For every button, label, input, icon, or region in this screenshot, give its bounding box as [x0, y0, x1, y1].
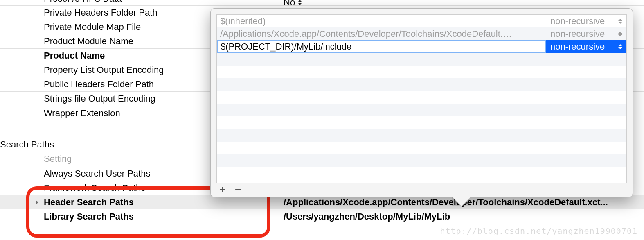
setting-label: Header Search Paths: [44, 197, 284, 208]
recursive-select[interactable]: non-recursive: [546, 16, 626, 27]
section-title: Search Paths: [0, 139, 54, 150]
disclosure-triangle-icon[interactable]: [36, 200, 38, 205]
svg-marker-6: [618, 44, 622, 46]
path-text: $(inherited): [217, 16, 546, 27]
recursive-value: non-recursive: [550, 29, 605, 39]
setting-row[interactable]: Preserve HFS Data: [0, 0, 644, 6]
dropdown-value: No: [284, 0, 295, 8]
paths-list: $(inherited) non-recursive /Applications…: [216, 14, 627, 183]
paths-popover: $(inherited) non-recursive /Applications…: [210, 8, 633, 197]
recursive-value: non-recursive: [550, 16, 605, 27]
chevron-updown-icon: [617, 44, 623, 49]
setting-label: Preserve HFS Data: [44, 0, 122, 4]
path-row[interactable]: /Applications/Xcode.app/Contents/Develop…: [217, 27, 626, 40]
path-row-empty: [217, 154, 626, 167]
setting-label: Property List Output Encoding: [44, 65, 164, 75]
path-row-empty: [217, 129, 626, 142]
popover-tail-icon: [452, 197, 470, 206]
recursive-value: non-recursive: [550, 41, 605, 52]
path-row-editing[interactable]: non-recursive: [217, 40, 626, 53]
column-header-label: Setting: [44, 154, 72, 164]
path-row-empty: [217, 142, 626, 154]
svg-marker-0: [298, 0, 302, 2]
setting-label: Strings file Output Encoding: [44, 93, 155, 104]
svg-marker-5: [618, 34, 622, 36]
setting-label: Private Module Map File: [44, 22, 141, 32]
watermark-text: http://blog.csdn.net/yangzhen19900701: [440, 226, 637, 236]
recursive-select[interactable]: non-recursive: [546, 29, 626, 39]
setting-row-library-search[interactable]: Library Search Paths /Users/yangzhen/Des…: [0, 209, 644, 224]
path-row-empty: [217, 91, 626, 104]
path-row-empty: [217, 78, 626, 91]
setting-label: Product Module Name: [44, 36, 133, 47]
value-dropdown[interactable]: No: [284, 0, 302, 5]
path-row-empty: [217, 53, 626, 66]
svg-marker-7: [618, 47, 622, 49]
svg-marker-3: [618, 22, 622, 24]
remove-button[interactable]: −: [234, 185, 243, 194]
svg-marker-1: [298, 3, 302, 5]
add-button[interactable]: +: [218, 185, 227, 194]
chevron-updown-icon: [617, 19, 623, 24]
path-row[interactable]: $(inherited) non-recursive: [217, 15, 626, 27]
svg-marker-2: [618, 19, 622, 21]
path-input[interactable]: [217, 40, 546, 53]
path-text: /Applications/Xcode.app/Contents/Develop…: [217, 29, 546, 39]
chevron-updown-icon: [297, 0, 302, 8]
path-row-empty: [217, 66, 626, 78]
setting-label: Wrapper Extension: [44, 108, 120, 119]
setting-label: Product Name: [44, 50, 105, 61]
setting-label: Private Headers Folder Path: [44, 7, 158, 18]
chevron-updown-icon: [617, 32, 623, 36]
path-row-empty: [217, 116, 626, 129]
path-row-empty: [217, 167, 626, 180]
svg-marker-4: [618, 32, 622, 34]
popover-footer: + −: [211, 185, 633, 197]
recursive-select[interactable]: non-recursive: [546, 41, 626, 52]
setting-label: Library Search Paths: [44, 211, 284, 222]
setting-label: Public Headers Folder Path: [44, 79, 154, 90]
setting-value: /Users/yangzhen/Desktop/MyLib/MyLib: [284, 211, 644, 222]
path-row-empty: [217, 104, 626, 116]
